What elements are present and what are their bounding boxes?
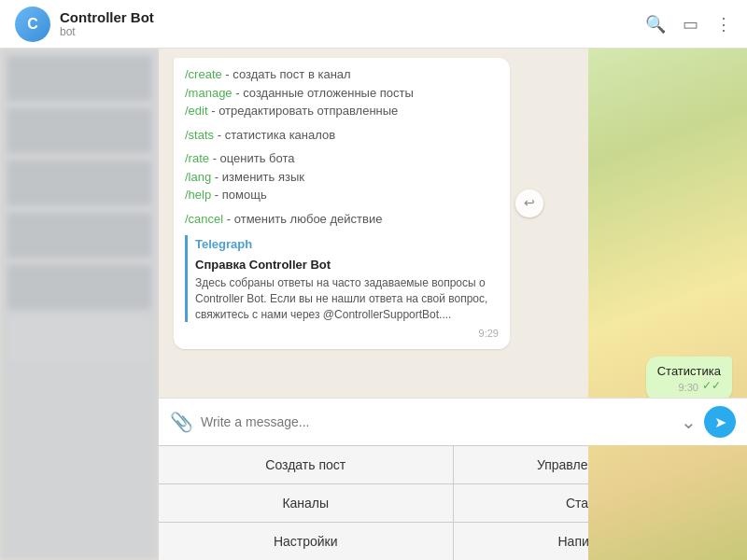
cmd-help-desc: - помощь [211,188,266,202]
bot-commands-message: /create - создать пост в канал /manage -… [174,58,510,349]
avatar: C [15,7,50,42]
input-bar: 📎 ⌄ ➤ [159,398,747,445]
user-stats-text: Статистика [657,364,721,378]
messages-container[interactable]: /create - создать пост в канал /manage -… [159,49,747,398]
telegraph-body: Здесь собраны ответы на часто задаваемые… [195,275,499,322]
cmd-lang: /lang - изменить язык [185,168,499,187]
cmd-manage-desc: - созданные отложенные посты [233,86,414,100]
user-stats-message-row: Статистика 9:30 ✓✓ [174,357,732,398]
chat-header: C Controller Bot bot 🔍 ▭ ⋮ [0,0,747,49]
telegraph-heading: Справка Controller Bot [195,256,499,274]
left-sidebar [0,49,159,560]
input-right-icons: ⌄ [681,411,697,433]
channels-button[interactable]: Каналы [159,484,453,522]
create-post-button[interactable]: Создать пост [159,446,453,483]
cmd-manage: /manage - созданные отложенные посты [185,84,499,103]
cmd-rate-text: /rate [185,151,209,165]
cmd-cancel-text: /cancel [185,212,223,226]
attach-icon[interactable]: 📎 [170,411,193,433]
double-check-icon: ✓✓ [702,379,721,392]
user-stats-time-row: 9:30 ✓✓ [657,378,721,393]
cmd-cancel: /cancel - отменить любое действие [185,210,499,229]
cmd-lang-text: /lang [185,170,211,184]
chat-status: bot [60,25,645,38]
search-icon[interactable]: 🔍 [645,14,666,35]
cmd-create-text: /create [185,67,222,81]
cmd-edit-text: /edit [185,104,208,118]
user-stats-time: 9:30 [679,382,698,393]
cmd-lang-desc: - изменить язык [211,170,304,184]
cmd-create: /create - создать пост в канал [185,65,499,84]
main-area: /create - создать пост в канал /manage -… [0,49,747,560]
chevron-down-icon[interactable]: ⌄ [681,411,697,433]
settings-button[interactable]: Настройки [159,523,453,560]
menu-icon[interactable]: ⋮ [715,14,732,35]
forward-icon[interactable]: ↩ [515,189,543,217]
cmd-stats-desc: - статистика каналов [214,128,335,142]
cmd-manage-text: /manage [185,86,233,100]
bot-commands-bubble: /create - создать пост в канал /manage -… [174,58,510,349]
cmd-create-desc: - создать пост в канал [222,67,351,81]
bot-message-time: 9:29 [185,326,499,342]
cmd-rate: /rate - оценить бота [185,149,499,168]
columns-icon[interactable]: ▭ [683,14,698,35]
message-input[interactable] [201,414,673,429]
cmd-edit-desc: - отредактировать отправленные [208,104,399,118]
cmd-cancel-desc: - отменить любое действие [223,212,382,226]
user-stats-bubble: Статистика 9:30 ✓✓ [646,357,732,398]
cmd-help: /help - помощь [185,186,499,204]
cmd-stats: /stats - статистика каналов [185,126,499,145]
send-button[interactable]: ➤ [704,406,736,438]
header-icons: 🔍 ▭ ⋮ [645,14,732,35]
telegraph-link[interactable]: Telegraph [195,235,499,254]
chat-area: /create - создать пост в канал /manage -… [159,49,747,560]
chat-name: Controller Bot [60,9,645,25]
cmd-help-text: /help [185,188,211,202]
cmd-stats-text: /stats [185,128,214,142]
chat-info: Controller Bot bot [60,9,645,38]
cmd-edit: /edit - отредактировать отправленные [185,102,499,120]
cmd-rate-desc: - оценить бота [209,151,295,165]
telegraph-card: Telegraph Справка Controller Bot Здесь с… [185,235,499,322]
